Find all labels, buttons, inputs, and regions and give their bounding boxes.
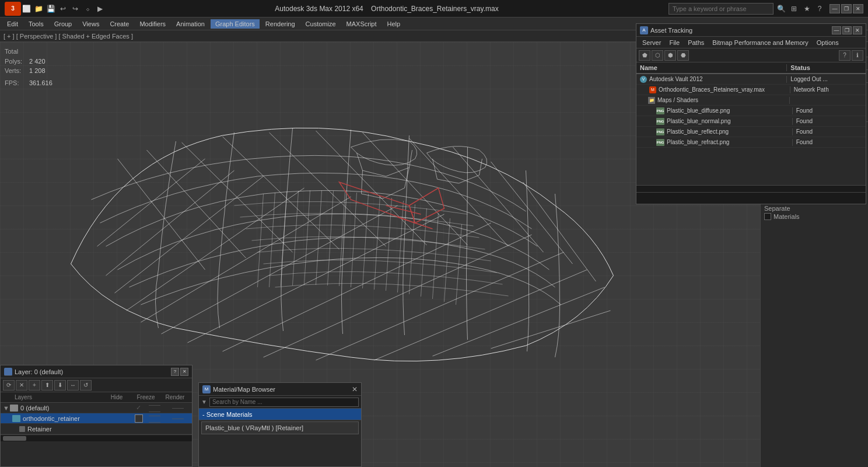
layers-toolbar: ⟳ ✕ + ⬆ ⬇ ↔ ↺	[1, 378, 192, 392]
layers-hscroll-thumb[interactable]	[3, 436, 26, 441]
layers-tool-add[interactable]: +	[29, 380, 40, 391]
menu-help[interactable]: Help	[383, 19, 405, 29]
at-col-status-header: Status	[787, 64, 866, 71]
layer-check-0: ✓	[134, 404, 143, 412]
materials-checkbox[interactable]	[764, 213, 771, 220]
at-tool-2[interactable]: ⬡	[652, 50, 663, 61]
layer-icon-0	[10, 405, 18, 412]
menu-views[interactable]: Views	[78, 19, 104, 29]
at-tool-info[interactable]: ℹ	[852, 50, 863, 61]
help-icon[interactable]: ?	[814, 4, 825, 14]
at-diffuse-name: PNG Plastic_blue_diffuse.png	[653, 107, 793, 114]
close-button[interactable]: ✕	[853, 4, 863, 13]
at-maps-name: 📁 Maps / Shaders	[645, 97, 790, 104]
layer-row-2[interactable]: Retainer	[1, 424, 192, 434]
layer-name-2: Retainer	[27, 426, 190, 433]
at-tool-4[interactable]: ⬣	[677, 50, 689, 61]
layers-tool-up[interactable]: ⬆	[41, 380, 53, 391]
material-browser-close[interactable]: ✕	[352, 385, 358, 393]
at-vault-name: V Autodesk Vault 2012	[636, 76, 787, 83]
menu-modifiers[interactable]: Modifiers	[135, 19, 170, 29]
layers-tool-refresh[interactable]: ⟳	[3, 380, 15, 391]
fps-label: FPS:	[5, 78, 26, 88]
redo-icon[interactable]: ↪	[70, 4, 80, 14]
at-refract-status: Found	[793, 139, 866, 145]
menu-tools[interactable]: Tools	[24, 19, 48, 29]
polys-label: Polys:	[5, 57, 26, 67]
at-tool-3[interactable]: ⬢	[664, 50, 676, 61]
material-item-0[interactable]: Plastic_blue ( VRayMtl ) [Retainer]	[201, 421, 359, 434]
asset-tracking-toolbar: ⬟ ⬡ ⬢ ⬣ ? ℹ	[636, 48, 866, 62]
at-tool-help[interactable]: ?	[839, 50, 850, 61]
layer-vis-1: —— ——	[143, 412, 166, 425]
menu-edit[interactable]: Edit	[2, 19, 23, 29]
save-icon[interactable]: 💾	[46, 4, 56, 14]
layer-render-1: ——	[166, 415, 190, 421]
at-reflect-status: Found	[793, 128, 866, 135]
verts-value: 1 208	[29, 66, 46, 76]
menu-group[interactable]: Group	[50, 19, 77, 29]
layers-tool-delete[interactable]: ✕	[16, 380, 27, 391]
at-menu-file[interactable]: File	[666, 39, 683, 47]
at-row-maxfile[interactable]: M Orthodontic_Braces_Retainers_vray.max …	[636, 85, 866, 95]
at-menu-paths[interactable]: Paths	[684, 39, 708, 47]
at-tool-1[interactable]: ⬟	[639, 50, 650, 61]
at-menu-server[interactable]: Server	[639, 39, 664, 47]
asset-tracking-minimize[interactable]: —	[832, 26, 841, 34]
at-row-maps[interactable]: 📁 Maps / Shaders	[636, 95, 866, 106]
layers-hscroll[interactable]	[1, 435, 192, 441]
material-search-input[interactable]	[209, 398, 359, 407]
asset-tracking-restore[interactable]: ❐	[842, 26, 852, 34]
at-refract-name: PNG Plastic_blue_refract.png	[653, 139, 793, 146]
viewport-label: [ + ] [ Perspective ] [ Shaded + Edged F…	[4, 33, 133, 40]
menu-rendering[interactable]: Rendering	[261, 19, 300, 29]
at-row-normal[interactable]: PNG Plastic_blue_normal.png Found	[636, 116, 866, 127]
layer-row-1[interactable]: orthodontic_retainer —— —— ——	[1, 413, 192, 424]
layers-panel-close[interactable]: ✕	[180, 368, 188, 376]
at-row-refract[interactable]: PNG Plastic_blue_refract.png Found	[636, 137, 866, 148]
menu-create[interactable]: Create	[105, 19, 134, 29]
search-icon[interactable]: 🔍	[776, 4, 786, 14]
asset-tracking-menubar: Server File Paths Bitmap Performance and…	[636, 37, 866, 48]
at-diffuse-status: Found	[793, 107, 866, 114]
at-maxfile-status: Network Path	[790, 86, 866, 93]
verts-label: Verts:	[5, 66, 26, 76]
asset-tracking-close[interactable]: ✕	[853, 26, 862, 34]
at-reflect-name: PNG Plastic_blue_reflect.png	[653, 128, 793, 135]
find-icon[interactable]: ⊞	[789, 4, 799, 14]
star-icon[interactable]: ★	[802, 4, 812, 14]
layers-panel-controls: ? ✕	[171, 368, 188, 376]
at-menu-options[interactable]: Options	[813, 39, 842, 47]
layer-name-1: orthodontic_retainer	[23, 415, 134, 422]
at-row-diffuse[interactable]: PNG Plastic_blue_diffuse.png Found	[636, 106, 866, 116]
new-icon[interactable]: ⬜	[21, 4, 32, 14]
layers-panel-question[interactable]: ?	[171, 368, 179, 376]
menu-maxscript[interactable]: MAXScript	[342, 19, 382, 29]
select-icon[interactable]: ⬦	[82, 4, 93, 14]
render-icon[interactable]: ▶	[94, 4, 105, 14]
materials-label: Materials	[774, 213, 800, 220]
menu-animation[interactable]: Animation	[172, 19, 209, 29]
minimize-button[interactable]: —	[830, 4, 840, 13]
layers-scrollbar[interactable]	[1, 434, 192, 441]
menu-graph-editors[interactable]: Graph Editors	[211, 19, 260, 29]
material-browser: M Material/Map Browser ✕ ▼ - Scene Mater…	[198, 382, 362, 467]
layers-tool-down[interactable]: ⬇	[54, 380, 66, 391]
restore-button[interactable]: ❐	[841, 4, 852, 13]
search-input[interactable]	[668, 3, 774, 15]
at-vault-status: Logged Out ...	[787, 76, 866, 82]
undo-icon[interactable]: ↩	[58, 4, 68, 14]
asset-tracking-hscroll[interactable]	[636, 185, 866, 192]
open-icon[interactable]: 📁	[33, 4, 44, 14]
at-menu-bitmap[interactable]: Bitmap Performance and Memory	[709, 39, 811, 47]
png-diffuse-icon: PNG	[656, 107, 664, 114]
at-row-reflect[interactable]: PNG Plastic_blue_reflect.png Found	[636, 127, 866, 137]
menu-customize[interactable]: Customize	[301, 19, 341, 29]
at-row-vault[interactable]: V Autodesk Vault 2012 Logged Out ...	[636, 74, 866, 85]
scene-materials-header[interactable]: - Scene Materials	[199, 409, 361, 420]
layers-tool-expand[interactable]: ↔	[67, 380, 79, 391]
layers-tool-reset[interactable]: ↺	[80, 380, 92, 391]
layers-panel-title: Layer: 0 (default)	[15, 368, 63, 375]
col-layers: Layers	[3, 394, 102, 400]
materials-row: Materials	[764, 213, 864, 220]
